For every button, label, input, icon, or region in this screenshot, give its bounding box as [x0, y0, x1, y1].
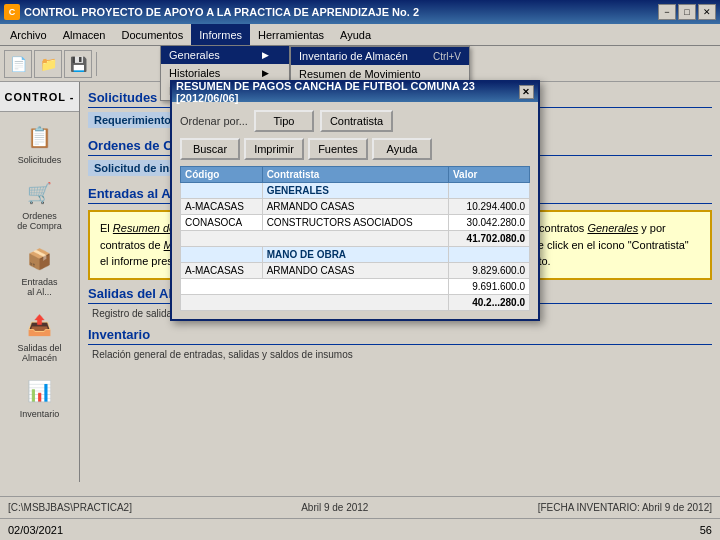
row-valor: 40.2...280.0: [448, 295, 529, 311]
salidas-icon: 📤: [24, 309, 56, 341]
page-number: 56: [700, 524, 712, 536]
title-bar: C CONTROL PROYECTO DE APOYO A LA PRACTIC…: [0, 0, 720, 24]
sidebar: CONTROL - 📋 Solicitudes 🛒 Ordenesde Comp…: [0, 82, 80, 482]
ordenes-icon: 🛒: [24, 177, 56, 209]
row-code: A-MACASAS: [181, 263, 263, 279]
sidebar-label-entradas: Entradasal Al...: [21, 277, 57, 297]
buscar-button[interactable]: Buscar: [180, 138, 240, 160]
table-row: A-MACASAS ARMANDO CASAS 10.294.400.0: [181, 199, 530, 215]
row-valor: [448, 247, 529, 263]
table-row: 40.2...280.0: [181, 295, 530, 311]
modal-close-button[interactable]: ✕: [519, 85, 534, 99]
row-contratista: MANO DE OBRA: [262, 247, 448, 263]
submenu-arrow: ▶: [262, 50, 269, 60]
table-row: 9.691.600.0: [181, 279, 530, 295]
menu-almacen[interactable]: Almacen: [55, 24, 114, 45]
row-code: CONASOCA: [181, 215, 263, 231]
new-document-button[interactable]: 📄: [4, 50, 32, 78]
ayuda-button[interactable]: Ayuda: [372, 138, 432, 160]
modal-title: RESUMEN DE PAGOS CANCHA DE FUTBOL COMUNA…: [176, 80, 519, 104]
status-bar: [C:\MSBJBAS\PRACTICA2] Abril 9 de 2012 […: [0, 496, 720, 518]
row-contratista: ARMANDO CASAS: [262, 263, 448, 279]
sidebar-header: CONTROL -: [0, 82, 79, 112]
sidebar-item-entradas[interactable]: 📦 Entradasal Al...: [4, 238, 76, 302]
row-code: A-MACASAS: [181, 199, 263, 215]
row-code: [181, 247, 263, 263]
inventario-icon: 📊: [24, 375, 56, 407]
entradas-icon: 📦: [24, 243, 56, 275]
minimize-button[interactable]: −: [658, 4, 676, 20]
ordenar-row: Ordenar por... Tipo Contratista: [180, 110, 530, 132]
menu-herramientas[interactable]: Herramientas: [250, 24, 332, 45]
menu-bar: Archivo Almacen Documentos Informes Herr…: [0, 24, 720, 46]
col-codigo: Código: [181, 167, 263, 183]
table-row: MANO DE OBRA: [181, 247, 530, 263]
modal-title-bar: RESUMEN DE PAGOS CANCHA DE FUTBOL COMUNA…: [172, 82, 538, 102]
menu-documentos[interactable]: Documentos: [113, 24, 191, 45]
inventario-section: Inventario Relación general de entradas,…: [88, 327, 712, 360]
row-contratista: ARMANDO CASAS: [262, 199, 448, 215]
sidebar-item-solicitudes[interactable]: 📋 Solicitudes: [4, 116, 76, 170]
resumen-table: Código Contratista Valor GENERALES A-MAC…: [180, 166, 530, 311]
row-valor: 9.829.600.0: [448, 263, 529, 279]
row-contratista: [181, 231, 449, 247]
close-button[interactable]: ✕: [698, 4, 716, 20]
row-contratista: CONSTRUCTORS ASOCIADOS: [262, 215, 448, 231]
row-contratista: GENERALES: [262, 183, 448, 199]
row-code: [181, 183, 263, 199]
col-valor: Valor: [448, 167, 529, 183]
sidebar-item-salidas[interactable]: 📤 Salidas del Almacén: [4, 304, 76, 368]
fuentes-button[interactable]: Fuentes: [308, 138, 368, 160]
save-button[interactable]: 💾: [64, 50, 92, 78]
sidebar-label-salidas: Salidas del Almacén: [7, 343, 73, 363]
ordenar-label: Ordenar por...: [180, 115, 248, 127]
modal-content: Ordenar por... Tipo Contratista Buscar I…: [172, 102, 538, 319]
modal-overlay: RESUMEN DE PAGOS CANCHA DE FUTBOL COMUNA…: [170, 80, 540, 321]
table-row: 41.702.080.0: [181, 231, 530, 247]
sidebar-label-solicitudes: Solicitudes: [18, 155, 62, 165]
col-contratista: Contratista: [262, 167, 448, 183]
inventario-label: Relación general de entradas, salidas y …: [88, 349, 712, 360]
inventario-title: Inventario: [88, 327, 712, 345]
open-button[interactable]: 📁: [34, 50, 62, 78]
window-controls: − □ ✕: [658, 4, 716, 20]
dropdown-generales[interactable]: Generales ▶: [161, 46, 289, 64]
table-row: GENERALES: [181, 183, 530, 199]
bottom-date: 02/03/2021: [8, 524, 63, 536]
fecha-label: [FECHA INVENTARIO: Abril 9 de 2012]: [538, 502, 712, 513]
imprimir-button[interactable]: Imprimir: [244, 138, 304, 160]
row-contratista: [181, 279, 449, 295]
submenu-inventario[interactable]: Inventario de Almacén Ctrl+V: [291, 47, 469, 65]
menu-arquivo[interactable]: Archivo: [2, 24, 55, 45]
window-title: CONTROL PROYECTO DE APOYO A LA PRACTICA …: [24, 6, 419, 18]
contratista-button[interactable]: Contratista: [320, 110, 393, 132]
bottom-bar: 02/03/2021 56: [0, 518, 720, 540]
menu-informes[interactable]: Informes: [191, 24, 250, 45]
row-contratista: [181, 295, 449, 311]
row-valor: 30.042.280.0: [448, 215, 529, 231]
modal-window: RESUMEN DE PAGOS CANCHA DE FUTBOL COMUNA…: [170, 80, 540, 321]
solicitudes-icon: 📋: [24, 121, 56, 153]
row-valor: [448, 183, 529, 199]
sidebar-item-inventario[interactable]: 📊 Inventario: [4, 370, 76, 424]
tipo-button[interactable]: Tipo: [254, 110, 314, 132]
table-row: A-MACASAS ARMANDO CASAS 9.829.600.0: [181, 263, 530, 279]
row-valor text-right: 10.294.400.0: [448, 199, 529, 215]
sidebar-label-ordenes: Ordenesde Compra: [17, 211, 62, 231]
path-label: [C:\MSBJBAS\PRACTICA2]: [8, 502, 132, 513]
maximize-button[interactable]: □: [678, 4, 696, 20]
table-row: CONASOCA CONSTRUCTORS ASOCIADOS 30.042.2…: [181, 215, 530, 231]
row-valor: 9.691.600.0: [448, 279, 529, 295]
submenu-arrow-2: ▶: [262, 68, 269, 78]
sidebar-item-ordenes[interactable]: 🛒 Ordenesde Compra: [4, 172, 76, 236]
buttons-row: Buscar Imprimir Fuentes Ayuda: [180, 138, 530, 160]
sidebar-label-inventario: Inventario: [20, 409, 60, 419]
app-icon: C: [4, 4, 20, 20]
row-valor: 41.702.080.0: [448, 231, 529, 247]
date-label: Abril 9 de 2012: [301, 502, 368, 513]
toolbar-separator: [96, 52, 97, 76]
menu-ayuda[interactable]: Ayuda: [332, 24, 379, 45]
